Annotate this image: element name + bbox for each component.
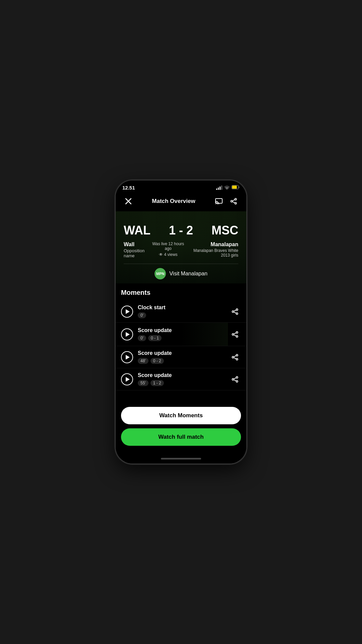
- moment-3-tags: 48' 0 - 2: [138, 358, 229, 364]
- moment-tag: 48': [138, 358, 148, 364]
- moment-item[interactable]: Score update 55' 1 - 2: [116, 368, 246, 390]
- moment-3-info: Score update 48' 0 - 2: [138, 350, 229, 364]
- team-right-name: Manalapan: [185, 241, 238, 248]
- share-moment-2[interactable]: [229, 328, 241, 340]
- share-moment-1[interactable]: [229, 306, 241, 318]
- moment-item[interactable]: Score update 48' 0 - 2: [116, 346, 246, 368]
- svg-point-3: [215, 204, 216, 204]
- moment-4-tags: 55' 1 - 2: [138, 380, 229, 386]
- home-bar: [161, 458, 201, 460]
- team-left-info: Wall Opposition name: [124, 241, 152, 258]
- moment-item[interactable]: Score update 0' 0 - 1: [116, 323, 246, 346]
- play-button-2[interactable]: [121, 328, 133, 340]
- moment-tag: 0': [138, 312, 146, 318]
- play-triangle-icon: [126, 332, 130, 337]
- status-icons: [216, 184, 240, 191]
- share-moment-4[interactable]: [229, 373, 241, 385]
- moment-tag: 0 - 1: [148, 335, 162, 341]
- bottom-actions: Watch Moments Watch full match: [116, 401, 246, 455]
- moment-1-title: Clock start: [138, 305, 229, 311]
- play-triangle-icon: [126, 377, 130, 382]
- share-moment-3[interactable]: [229, 351, 241, 363]
- cast-button[interactable]: [213, 195, 225, 207]
- play-button-4[interactable]: [121, 373, 133, 385]
- moments-title: Moments: [116, 289, 246, 301]
- wifi-icon: [224, 185, 230, 190]
- team-left-abbr: WAL: [124, 223, 150, 237]
- status-bar: 12.51: [116, 180, 246, 193]
- main-content: WAL 1 - 2 MSC Wall Opposition name Was l…: [116, 211, 246, 401]
- share-button[interactable]: [228, 195, 240, 207]
- moment-tag: 55': [138, 380, 148, 386]
- play-button-1[interactable]: [121, 306, 133, 318]
- match-header: WAL 1 - 2 MSC Wall Opposition name Was l…: [116, 211, 246, 283]
- close-button[interactable]: [122, 195, 134, 207]
- signal-icon: [216, 185, 222, 190]
- moment-thumbnail: [181, 323, 228, 346]
- live-status: Was live 12 hours ago: [152, 241, 185, 251]
- nav-right: [213, 195, 240, 207]
- team-right-sub: Manalapan Braves White 2013 girls: [185, 248, 238, 258]
- play-button-3[interactable]: [121, 351, 133, 363]
- moments-section: Moments Clock start 0': [116, 283, 246, 401]
- svg-rect-1: [232, 186, 237, 189]
- visit-channel[interactable]: MPN Visit Manalapan: [124, 264, 238, 283]
- team-right-abbr: MSC: [212, 223, 238, 237]
- moment-tag: 1 - 2: [150, 380, 164, 386]
- top-nav: Match Overview: [116, 193, 246, 211]
- moment-tag: 0': [138, 335, 146, 341]
- watch-full-match-button[interactable]: Watch full match: [121, 428, 241, 446]
- moment-1-tags: 0': [138, 312, 229, 318]
- play-triangle-icon: [126, 355, 130, 360]
- match-center-info: Was live 12 hours ago 👁 4 views: [152, 241, 185, 257]
- play-triangle-icon: [126, 309, 130, 314]
- moment-1-info: Clock start 0': [138, 305, 229, 318]
- channel-name: Visit Manalapan: [169, 271, 207, 277]
- phone-shell: 12.51: [116, 180, 246, 464]
- spacer: [116, 390, 246, 401]
- home-indicator: [116, 455, 246, 464]
- team-right-info: Manalapan Manalapan Braves White 2013 gi…: [185, 241, 238, 258]
- views-count: 👁 4 views: [152, 252, 185, 257]
- battery-icon: [232, 184, 240, 191]
- moment-4-info: Score update 55' 1 - 2: [138, 372, 229, 386]
- moment-4-title: Score update: [138, 372, 229, 378]
- match-scores: WAL 1 - 2 MSC: [121, 218, 241, 240]
- eye-icon: 👁: [159, 252, 163, 257]
- moment-tag: 0 - 2: [150, 358, 164, 364]
- watch-moments-button[interactable]: Watch Moments: [121, 407, 241, 424]
- score-display: 1 - 2: [169, 223, 193, 237]
- status-time: 12.51: [122, 185, 135, 191]
- channel-avatar: MPN: [155, 268, 166, 279]
- page-title: Match Overview: [152, 198, 195, 205]
- match-meta: Wall Opposition name Was live 12 hours a…: [121, 240, 241, 264]
- team-left-sub: Opposition name: [124, 248, 152, 258]
- team-left-name: Wall: [124, 241, 152, 248]
- moment-item[interactable]: Clock start 0': [116, 301, 246, 323]
- moment-3-title: Score update: [138, 350, 229, 356]
